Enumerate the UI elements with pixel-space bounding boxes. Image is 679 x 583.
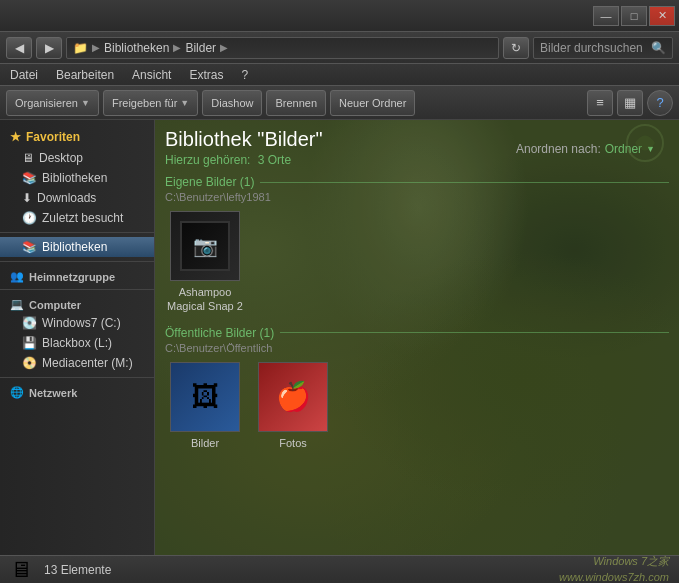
sidebar-item-bibliotheken[interactable]: 📚 Bibliotheken xyxy=(0,237,154,257)
menu-item-extras[interactable]: Extras xyxy=(185,66,227,84)
section2-files: 🖼 Bilder 🍎 Fotos xyxy=(165,362,669,450)
search-bar[interactable]: Bilder durchsuchen 🔍 xyxy=(533,37,673,59)
minimize-button[interactable]: — xyxy=(593,6,619,26)
library-header: Bibliothek "Bilder" Hierzu gehören: 3 Or… xyxy=(165,128,669,167)
fruit-icon: 🍎 xyxy=(276,380,311,413)
share-button[interactable]: Freigeben für ▼ xyxy=(103,90,198,116)
sidebar-divider-1 xyxy=(0,232,154,233)
menu-bar: Datei Bearbeiten Ansicht Extras ? xyxy=(0,64,679,86)
search-placeholder: Bilder durchsuchen xyxy=(540,41,647,55)
help-icon: ? xyxy=(656,95,663,110)
status-text: 13 Elemente xyxy=(44,563,111,577)
toolbar: Organisieren ▼ Freigeben für ▼ Diashow B… xyxy=(0,86,679,120)
blackbox-label: Blackbox (L:) xyxy=(42,336,112,350)
network-item[interactable]: 🌐 Netzwerk xyxy=(0,382,154,401)
bibliotheken-label: Bibliotheken xyxy=(42,240,107,254)
organize-label: Organisieren xyxy=(15,97,78,109)
section1-path: C:\Benutzer\lefty1981 xyxy=(165,191,669,203)
sidebar-item-libraries[interactable]: 📚 Bibliotheken xyxy=(0,168,154,188)
forward-button[interactable]: ▶ xyxy=(36,37,62,59)
subtitle-count: 3 Orte xyxy=(258,153,291,167)
back-icon: ◀ xyxy=(15,41,24,55)
bibliotheken-icon: 📚 xyxy=(22,240,37,254)
help-button[interactable]: ? xyxy=(647,90,673,116)
slideshow-button[interactable]: Diashow xyxy=(202,90,262,116)
content-scroll[interactable]: Bibliothek "Bilder" Hierzu gehören: 3 Or… xyxy=(155,120,679,555)
mediacenter-label: Mediacenter (M:) xyxy=(42,356,133,370)
refresh-button[interactable]: ↻ xyxy=(503,37,529,59)
refresh-icon: ↻ xyxy=(511,41,521,55)
file-thumb-public1: 🖼 xyxy=(170,362,240,432)
favorites-header[interactable]: ★ Favoriten xyxy=(0,126,154,148)
sidebar-divider-3 xyxy=(0,289,154,290)
title-bar: — □ ✕ xyxy=(0,0,679,32)
downloads-icon: ⬇ xyxy=(22,191,32,205)
laptop-icon: 🖼 xyxy=(191,380,219,413)
libraries-icon: 📚 xyxy=(22,171,37,185)
share-label: Freigeben für xyxy=(112,97,177,109)
new-folder-button[interactable]: Neuer Ordner xyxy=(330,90,415,116)
close-button[interactable]: ✕ xyxy=(649,6,675,26)
breadcrumb-sep3: ▶ xyxy=(220,42,228,53)
grid-view-button[interactable]: ▦ xyxy=(617,90,643,116)
network-icon: 🌐 xyxy=(10,386,24,399)
corner-decoration xyxy=(625,123,665,163)
burn-button[interactable]: Brennen xyxy=(266,90,326,116)
status-computer-icon: 🖥 xyxy=(10,557,32,583)
view-toggle-button[interactable]: ≡ xyxy=(587,90,613,116)
recent-label: Zuletzt besucht xyxy=(42,211,123,225)
menu-item-bearbeiten[interactable]: Bearbeiten xyxy=(52,66,118,84)
windows-drive-icon: 💽 xyxy=(22,316,37,330)
sidebar-item-downloads[interactable]: ⬇ Downloads xyxy=(0,188,154,208)
new-folder-label: Neuer Ordner xyxy=(339,97,406,109)
search-icon: 🔍 xyxy=(651,41,666,55)
desktop-icon: 🖥 xyxy=(22,151,34,165)
sidebar-item-windows7[interactable]: 💽 Windows7 (C:) xyxy=(0,313,154,333)
file-item-public1[interactable]: 🖼 Bilder xyxy=(165,362,245,450)
maximize-button[interactable]: □ xyxy=(621,6,647,26)
computer-header[interactable]: 💻 Computer xyxy=(0,294,154,313)
grid-icon: ▦ xyxy=(624,95,636,110)
main-area: ★ Favoriten 🖥 Desktop 📚 Bibliotheken ⬇ D… xyxy=(0,120,679,555)
section2-path: C:\Benutzer\Öffentlich xyxy=(165,342,669,354)
burn-label: Brennen xyxy=(275,97,317,109)
desktop-label: Desktop xyxy=(39,151,83,165)
forward-icon: ▶ xyxy=(45,41,54,55)
breadcrumb-item-1[interactable]: Bibliotheken xyxy=(104,41,169,55)
computer-icon: 💻 xyxy=(10,298,24,311)
homegroup-icon: 👥 xyxy=(10,270,24,283)
menu-item-datei[interactable]: Datei xyxy=(6,66,42,84)
file-public1-label: Bilder xyxy=(191,436,219,450)
organize-arrow-icon: ▼ xyxy=(81,98,90,108)
homegroup-item[interactable]: 👥 Heimnetzgruppe xyxy=(0,266,154,285)
sidebar-divider-2 xyxy=(0,261,154,262)
organize-button[interactable]: Organisieren ▼ xyxy=(6,90,99,116)
sidebar-item-desktop[interactable]: 🖥 Desktop xyxy=(0,148,154,168)
section1-files: 📷 Ashampoo Magical Snap 2 xyxy=(165,211,669,314)
sidebar-item-mediacenter[interactable]: 📀 Mediacenter (M:) xyxy=(0,353,154,373)
menu-item-ansicht[interactable]: Ansicht xyxy=(128,66,175,84)
network-label: Netzwerk xyxy=(29,387,77,399)
file-thumb-public2: 🍎 xyxy=(258,362,328,432)
breadcrumb-sep1: ▶ xyxy=(92,42,100,53)
breadcrumb-icon: 📁 xyxy=(73,41,88,55)
windows7-label: Windows7 (C:) xyxy=(42,316,121,330)
content-area: Bibliothek "Bilder" Hierzu gehören: 3 Or… xyxy=(155,120,679,555)
back-button[interactable]: ◀ xyxy=(6,37,32,59)
section2-label: Öffentliche Bilder (1) xyxy=(165,326,669,340)
breadcrumb-item-2[interactable]: Bilder xyxy=(185,41,216,55)
sidebar-divider-4 xyxy=(0,377,154,378)
view-icon: ≡ xyxy=(596,95,604,110)
address-bar: ◀ ▶ 📁 ▶ Bibliotheken ▶ Bilder ▶ ↻ Bilder… xyxy=(0,32,679,64)
watermark-line1: Windows 7之家 xyxy=(559,554,669,569)
file-item-public2[interactable]: 🍎 Fotos xyxy=(253,362,333,450)
file-item-ashampoo[interactable]: 📷 Ashampoo Magical Snap 2 xyxy=(165,211,245,314)
favorites-label: Favoriten xyxy=(26,130,80,144)
watermark: Windows 7之家 www.windows7zh.com xyxy=(559,554,669,583)
sidebar-item-blackbox[interactable]: 💾 Blackbox (L:) xyxy=(0,333,154,353)
computer-label: Computer xyxy=(29,299,81,311)
menu-item-help[interactable]: ? xyxy=(237,66,252,84)
breadcrumb[interactable]: 📁 ▶ Bibliotheken ▶ Bilder ▶ xyxy=(66,37,499,59)
subtitle-prefix: Hierzu gehören: xyxy=(165,153,250,167)
sidebar-item-recent[interactable]: 🕐 Zuletzt besucht xyxy=(0,208,154,228)
